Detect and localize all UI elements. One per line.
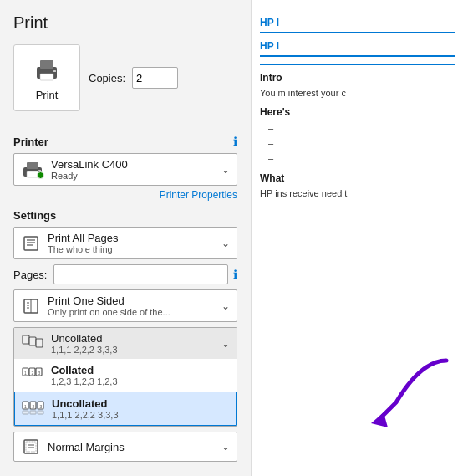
printer-status-dot [37,171,44,179]
svg-marker-39 [371,412,388,427]
printer-name: VersaLink C400 [51,158,215,171]
page-title: Print [13,13,237,33]
print-range-text: Print All Pages The whole thing [48,232,215,254]
margins-dropdown[interactable]: Normal Margins ⌄ [13,432,237,462]
sides-main: Print One Sided [48,294,215,307]
margins-text: Normal Margins [48,441,215,453]
svg-rect-5 [27,162,38,169]
sides-icon [21,296,41,316]
printer-chevron-icon: ⌄ [221,164,230,176]
collation-header-text: Uncollated 1,1,1 2,2,2 3,3,3 [51,332,215,355]
collation-dropdown: Uncollated 1,1,1 2,2,2 3,3,3 ⌄ 1 2 3 Col… [13,327,237,427]
print-range-chevron-icon: ⌄ [221,238,230,249]
margins-chevron-icon: ⌄ [221,441,230,453]
collated-icon: 1 2 3 [21,366,44,386]
svg-text:2: 2 [33,404,35,409]
collation-header-sub: 1,1,1 2,2,2 3,3,3 [51,345,215,355]
printer-section-title: Printer [13,136,48,148]
svg-rect-31 [30,411,36,414]
svg-rect-28 [23,411,28,414]
uncollated-sub: 1,1,1 2,2,2 3,3,3 [52,410,229,420]
rp-link1[interactable]: HP I [260,17,455,33]
printer-properties-link[interactable]: Printer Properties [13,189,237,201]
rp-bullet-2: – [268,136,455,151]
svg-text:1: 1 [24,404,27,409]
uncollated-icon: 1 2 3 [22,399,45,419]
left-panel: Print Print Copies: Printer ℹ [0,0,251,476]
printer-info-icon[interactable]: ℹ [233,135,237,148]
uncollated-text: Uncollated 1,1,1 2,2,2 3,3,3 [52,397,229,420]
svg-text:3: 3 [38,371,41,376]
print-button[interactable]: Print [13,44,80,111]
svg-rect-17 [23,335,29,344]
uncollated-label: Uncollated [52,397,229,410]
sides-chevron-icon: ⌄ [221,300,230,312]
pages-info-icon[interactable]: ℹ [233,268,237,281]
copies-row: Copies: [89,44,178,111]
pages-label: Pages: [13,269,48,281]
rp-what-title: What [260,172,455,184]
print-copies-row: Print Copies: [13,44,237,123]
rp-intro-title: Intro [260,72,455,84]
copies-label: Copies: [89,72,125,84]
rp-heres-title: Here's [260,106,455,118]
svg-rect-34 [38,411,43,414]
rp-link2[interactable]: HP I [260,40,455,57]
rp-what-text: HP ins receive need t [260,187,455,200]
collated-text: Collated 1,2,3 1,2,3 1,2,3 [51,364,230,386]
settings-title: Settings [13,209,237,222]
collated-option[interactable]: 1 2 3 Collated 1,2,3 1,2,3 1,2,3 [14,359,237,392]
printer-small-icon [21,161,44,179]
collated-sub: 1,2,3 1,2,3 1,2,3 [51,376,230,386]
printer-icon [32,55,62,85]
svg-text:2: 2 [32,371,34,376]
print-range-dropdown[interactable]: Print All Pages The whole thing ⌄ [13,227,237,259]
svg-rect-8 [24,237,38,250]
collation-header-main: Uncollated [51,332,215,345]
margins-main: Normal Margins [48,441,215,453]
printer-section-header: Printer ℹ [13,135,237,148]
collated-label: Collated [51,364,230,376]
rp-bullet-1: – [268,121,455,136]
svg-rect-3 [53,70,56,72]
sides-dropdown[interactable]: Print One Sided Only print on one side o… [13,289,237,322]
svg-rect-18 [29,337,36,345]
svg-rect-1 [40,60,53,69]
printer-info: VersaLink C400 Ready [51,158,215,181]
print-range-main: Print All Pages [48,232,215,244]
print-range-icon [21,233,41,253]
print-range-sub: The whole thing [48,244,215,254]
svg-rect-19 [36,339,43,347]
margins-icon [21,437,41,457]
arrow-annotation [346,352,455,430]
collation-chevron-icon: ⌄ [221,338,230,350]
pages-input[interactable] [53,264,228,284]
print-button-label: Print [36,89,59,101]
pages-row: Pages: ℹ [13,264,237,284]
rp-intro-text: You m interest your c [260,87,455,100]
svg-rect-2 [40,74,53,80]
printer-select[interactable]: VersaLink C400 Ready ⌄ [13,153,237,186]
svg-text:3: 3 [40,404,43,409]
copies-input[interactable] [132,67,178,89]
collation-header[interactable]: Uncollated 1,1,1 2,2,2 3,3,3 ⌄ [14,328,237,359]
svg-text:1: 1 [24,371,27,376]
rp-bullet-3: – [268,151,455,166]
right-panel: HP I HP I Intro You m interest your c He… [251,0,463,476]
sides-sub: Only print on one side of the... [48,307,215,317]
uncollated-option[interactable]: 1 2 3 Uncollated 1,1,1 2,2,2 3,3,3 [14,392,237,426]
svg-rect-36 [26,442,36,452]
printer-status: Ready [51,171,215,181]
collation-header-icon [21,334,44,354]
sides-text: Print One Sided Only print on one side o… [48,294,215,317]
